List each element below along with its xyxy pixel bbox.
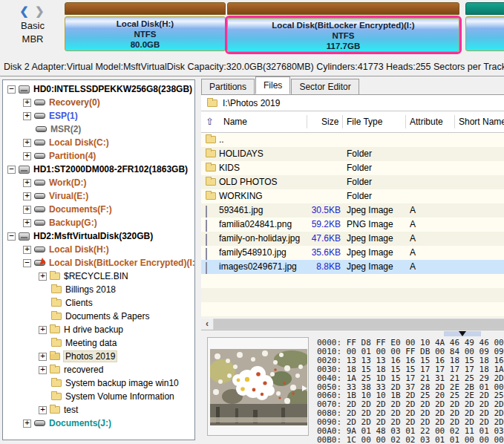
tree-item[interactable]: +test bbox=[3, 403, 194, 417]
expand-icon[interactable]: + bbox=[23, 179, 31, 187]
disk-tree-panel[interactable]: −HD0:INTELSSDPEKKW256G8(238GB)+Recovery(… bbox=[2, 79, 195, 440]
collapse-icon[interactable]: − bbox=[7, 85, 16, 94]
tab-files[interactable]: Files bbox=[255, 76, 290, 94]
tree-item[interactable]: −HD1:ST2000DM008-2FR102(1863GB) bbox=[3, 163, 194, 176]
expand-icon[interactable]: + bbox=[39, 353, 47, 361]
expand-icon[interactable]: + bbox=[23, 246, 31, 254]
tree-item[interactable]: Clients bbox=[3, 296, 194, 310]
tree-item[interactable]: Documents & Papers bbox=[3, 310, 194, 323]
column-attribute[interactable]: Attribute bbox=[410, 117, 443, 127]
file-row[interactable]: family-on-holiday.jpg47.6KBJpeg ImageA bbox=[201, 232, 504, 246]
expand-icon[interactable]: + bbox=[23, 206, 31, 214]
tree-item[interactable]: +Local Disk(C:) bbox=[3, 136, 194, 149]
expand-icon[interactable]: + bbox=[23, 419, 31, 428]
file-name: WORKING bbox=[219, 191, 307, 201]
partition-icon bbox=[34, 220, 45, 226]
column-separator[interactable] bbox=[307, 115, 307, 128]
tree-item[interactable]: Meeting data bbox=[3, 336, 194, 350]
expand-icon[interactable]: + bbox=[39, 366, 47, 374]
partition-block-next[interactable] bbox=[465, 2, 504, 51]
tree-item[interactable]: System backup image win10 bbox=[3, 376, 194, 390]
tree-item[interactable]: +Partition(4) bbox=[3, 149, 194, 163]
partition-block-i-selected[interactable]: Local Disk(BitLocker Encrypted)(I:) NTFS… bbox=[225, 2, 462, 54]
file-type: Jpeg Image bbox=[347, 247, 393, 258]
collapse-icon[interactable]: − bbox=[23, 259, 31, 267]
tree-item[interactable]: +Backup(G:) bbox=[3, 216, 194, 229]
file-type: Folder bbox=[347, 148, 372, 159]
image-file-icon bbox=[206, 220, 207, 232]
nav-forward-icon[interactable]: ❯ bbox=[35, 4, 46, 17]
expand-icon[interactable]: + bbox=[39, 272, 47, 281]
file-list[interactable]: ..HOLIDAYSFolderKIDSFolderOLD PHOTOSFold… bbox=[201, 133, 504, 318]
expand-icon[interactable]: + bbox=[23, 219, 31, 227]
partition-block-h[interactable]: Local Disk(H:) NTFS 80.0GB bbox=[65, 2, 226, 51]
tree-item[interactable]: −HD0:INTELSSDPEKKW256G8(238GB) bbox=[3, 82, 194, 96]
file-row[interactable]: WORKINGFolder bbox=[201, 189, 504, 203]
column-file-type[interactable]: File Type bbox=[347, 117, 382, 127]
tree-item[interactable]: +Virual(E:) bbox=[3, 189, 194, 203]
file-row[interactable]: 593461.jpg30.5KBJpeg ImageA bbox=[201, 203, 504, 218]
column-size[interactable]: Size bbox=[321, 117, 338, 127]
nav-back-icon[interactable]: ❮ bbox=[19, 4, 30, 17]
tab-sector-editor[interactable]: Sector Editor bbox=[291, 79, 359, 94]
file-row[interactable]: .. bbox=[201, 133, 504, 147]
image-file-icon bbox=[206, 234, 207, 246]
partition-icon bbox=[34, 193, 45, 199]
file-name: family548910.jpg bbox=[219, 247, 307, 258]
tree-item[interactable]: +ESP(1) bbox=[3, 109, 194, 123]
tree-item-label: Recovery(0) bbox=[49, 97, 100, 108]
scrollbar-thumb[interactable] bbox=[214, 319, 504, 329]
tree-item-label: Local Disk(BitLocker Encrypted)(I:) bbox=[49, 258, 195, 268]
tree-item[interactable]: System Volume Information bbox=[3, 390, 194, 403]
file-row[interactable]: familia024841.png59.2KBPNG ImageA bbox=[201, 218, 504, 232]
column-separator[interactable] bbox=[405, 115, 406, 128]
file-name: HOLIDAYS bbox=[219, 148, 307, 159]
tree-item[interactable]: −HD2:MsftVirtualDisk(320GB) bbox=[3, 229, 194, 243]
tree-item[interactable]: +Documents(J:) bbox=[3, 417, 194, 430]
tree-item[interactable]: +Recovery(0) bbox=[3, 96, 194, 109]
expand-icon[interactable]: + bbox=[23, 152, 31, 160]
image-file-icon bbox=[206, 206, 207, 218]
file-row[interactable]: KIDSFolder bbox=[201, 161, 504, 175]
file-row[interactable]: images0249671.jpg8.8KBJpeg ImageA bbox=[201, 260, 504, 274]
hex-position-marker[interactable] bbox=[444, 331, 481, 336]
column-short-name[interactable]: Short Name bbox=[459, 117, 504, 127]
file-row[interactable]: HOLIDAYSFolder bbox=[201, 147, 504, 161]
divider bbox=[0, 76, 504, 76]
expand-icon[interactable]: + bbox=[39, 326, 47, 334]
collapse-icon[interactable]: − bbox=[7, 166, 16, 174]
expand-icon[interactable]: + bbox=[23, 99, 31, 107]
tab-partitions[interactable]: Partitions bbox=[201, 79, 255, 94]
tree-item[interactable]: +H drive backup bbox=[3, 323, 194, 336]
tree-item[interactable]: +Local Disk(H:) bbox=[3, 243, 194, 256]
tree-item-label: H drive backup bbox=[64, 324, 123, 335]
column-separator[interactable] bbox=[454, 115, 455, 128]
column-separator[interactable] bbox=[342, 115, 343, 128]
expand-icon[interactable]: + bbox=[23, 112, 31, 120]
expand-icon[interactable]: + bbox=[23, 139, 31, 147]
hex-dump-view[interactable]: 0000: FF D8 FF E0 00 10 4A 46 49 46 0000… bbox=[317, 339, 504, 444]
collapse-icon[interactable]: − bbox=[7, 232, 16, 241]
tree-item[interactable]: Billings 2018 bbox=[3, 283, 194, 296]
tree-item[interactable]: +Photos 2019 bbox=[3, 350, 194, 363]
tree-item[interactable]: +Documents(F:) bbox=[3, 203, 194, 216]
horizontal-scrollbar[interactable]: ‹ bbox=[201, 318, 504, 330]
tree-item[interactable]: +recovered bbox=[3, 363, 194, 376]
tree-item[interactable]: +Work(D:) bbox=[3, 176, 194, 189]
scroll-left-icon[interactable]: ‹ bbox=[201, 319, 213, 330]
expand-icon[interactable]: + bbox=[23, 192, 31, 200]
tree-item[interactable]: MSR(2) bbox=[3, 123, 194, 136]
tree-item-label: Documents(F:) bbox=[49, 204, 112, 215]
file-type: Jpeg Image bbox=[347, 261, 393, 272]
file-row[interactable]: family548910.jpg35.6KBJpeg ImageA bbox=[201, 246, 504, 260]
tab-bar: Partitions Files Sector Editor bbox=[201, 77, 504, 95]
tree-item-label: ESP(1) bbox=[49, 111, 78, 121]
folder-icon bbox=[50, 353, 60, 360]
expand-icon[interactable]: + bbox=[39, 406, 47, 414]
hard-disk-icon bbox=[19, 232, 30, 241]
sort-ascending-icon[interactable]: ⇧ bbox=[206, 116, 214, 127]
tree-item[interactable]: −Local Disk(BitLocker Encrypted)(I:) bbox=[3, 256, 194, 270]
file-row[interactable]: OLD PHOTOSFolder bbox=[201, 175, 504, 189]
tree-item[interactable]: +$RECYCLE.BIN bbox=[3, 270, 194, 283]
column-name[interactable]: Name bbox=[223, 117, 247, 127]
